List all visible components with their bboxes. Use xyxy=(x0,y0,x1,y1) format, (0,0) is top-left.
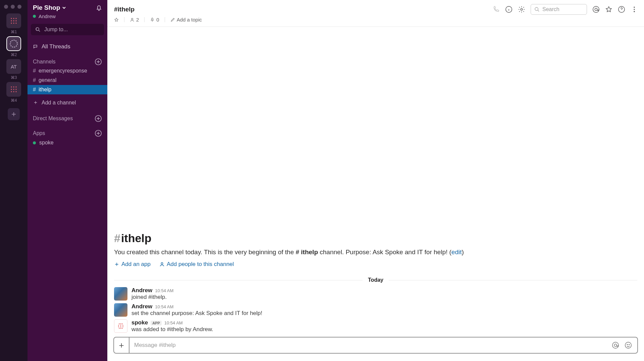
main-pane: #ithelp Search 2 0 Ad xyxy=(107,0,644,361)
add-people-link[interactable]: Add people to this channel xyxy=(159,261,234,268)
add-dm-icon[interactable] xyxy=(95,115,102,122)
edit-purpose-link[interactable]: edit xyxy=(451,249,462,256)
message-input[interactable]: Message #ithelp xyxy=(129,342,606,349)
workspace-switcher: ⌘1 ⌘2 AT ⌘3 ⌘4 + xyxy=(0,0,28,361)
presence-dot xyxy=(33,15,36,18)
svg-point-44 xyxy=(120,328,121,329)
mentions-icon[interactable] xyxy=(592,6,600,13)
sidebar-app-spoke[interactable]: spoke xyxy=(28,138,107,148)
message-text: set the channel purpose: Ask Spoke and I… xyxy=(131,310,262,317)
svg-point-49 xyxy=(627,344,628,345)
svg-point-34 xyxy=(119,323,120,324)
add-channel-icon[interactable] xyxy=(95,58,102,65)
svg-point-1 xyxy=(13,18,14,19)
svg-point-15 xyxy=(15,89,16,90)
user-avatar[interactable] xyxy=(114,287,127,301)
notifications-icon[interactable] xyxy=(95,4,103,11)
svg-point-17 xyxy=(13,91,14,92)
svg-point-30 xyxy=(634,9,635,10)
svg-point-37 xyxy=(118,325,119,326)
zoom-dot[interactable] xyxy=(17,5,21,9)
svg-point-0 xyxy=(11,18,12,19)
call-icon[interactable] xyxy=(492,6,500,13)
workspace-2[interactable]: ⌘2 xyxy=(6,36,21,57)
team-switcher[interactable]: Pie Shop xyxy=(33,4,95,11)
svg-point-7 xyxy=(13,22,14,24)
sidebar-channel-emergencyresponse[interactable]: #emergencyresponse xyxy=(28,66,107,76)
minimize-dot[interactable] xyxy=(11,5,15,9)
message-text: joined #ithelp. xyxy=(131,294,173,301)
apps-section-header[interactable]: Apps xyxy=(28,127,107,138)
svg-point-5 xyxy=(15,20,16,21)
all-threads[interactable]: All Threads xyxy=(28,40,107,55)
svg-point-50 xyxy=(629,344,630,345)
attach-button[interactable]: + xyxy=(114,337,129,353)
jump-to[interactable]: Jump to... xyxy=(31,24,104,35)
hash-icon: # xyxy=(33,68,36,74)
more-icon[interactable] xyxy=(631,6,638,13)
close-dot[interactable] xyxy=(4,5,8,9)
pin-count[interactable]: 0 xyxy=(150,17,159,22)
svg-point-2 xyxy=(15,18,16,19)
star-icon[interactable] xyxy=(605,6,612,13)
svg-point-24 xyxy=(521,8,523,10)
mention-icon[interactable] xyxy=(612,342,619,349)
svg-point-32 xyxy=(131,18,133,20)
message-time: 10:54 AM xyxy=(155,288,173,293)
svg-point-31 xyxy=(634,11,635,12)
svg-point-6 xyxy=(11,22,12,24)
emoji-icon[interactable] xyxy=(625,342,632,349)
app-avatar[interactable] xyxy=(114,319,127,333)
svg-point-26 xyxy=(593,6,599,12)
svg-point-10 xyxy=(11,86,12,87)
channel-intro-desc: You created this channel today. This is … xyxy=(114,247,637,257)
channels-section-header[interactable]: Channels xyxy=(28,55,107,66)
presence-dot xyxy=(33,141,36,144)
svg-point-14 xyxy=(13,89,14,90)
svg-point-47 xyxy=(614,344,616,346)
sidebar-channel-ithelp[interactable]: #ithelp xyxy=(28,85,107,94)
channel-title: #ithelp xyxy=(114,6,488,13)
svg-point-41 xyxy=(120,326,121,327)
gear-icon[interactable] xyxy=(518,6,525,13)
help-icon[interactable] xyxy=(618,6,625,13)
message-composer[interactable]: + Message #ithelp xyxy=(113,337,638,354)
threads-icon xyxy=(33,44,38,49)
current-user-name: Andrew xyxy=(39,13,56,19)
svg-point-46 xyxy=(612,342,619,348)
workspace-4[interactable]: ⌘4 xyxy=(6,82,21,103)
add-workspace-button[interactable]: + xyxy=(8,108,20,120)
star-channel[interactable] xyxy=(114,17,119,22)
svg-point-13 xyxy=(11,89,12,90)
jump-label: Jump to... xyxy=(44,27,68,33)
add-topic[interactable]: Add a topic xyxy=(170,17,202,22)
svg-point-45 xyxy=(122,328,123,329)
workspace-3[interactable]: AT ⌘3 xyxy=(6,59,21,80)
message-author[interactable]: Andrew xyxy=(131,287,152,294)
svg-point-42 xyxy=(122,326,123,327)
message-author[interactable]: spoke xyxy=(131,319,148,326)
dm-section-header[interactable]: Direct Messages xyxy=(28,112,107,123)
add-app-link[interactable]: Add an app xyxy=(114,261,151,268)
sidebar-channel-general[interactable]: #general xyxy=(28,76,107,85)
svg-point-43 xyxy=(119,328,120,329)
user-avatar[interactable] xyxy=(114,303,127,317)
svg-point-12 xyxy=(15,86,16,87)
plus-icon: ＋ xyxy=(33,99,38,106)
search-input[interactable]: Search xyxy=(531,4,587,15)
team-name: Pie Shop xyxy=(33,4,60,11)
current-user[interactable]: Andrew xyxy=(28,13,107,22)
member-count[interactable]: 2 xyxy=(130,17,139,22)
svg-point-29 xyxy=(634,7,635,8)
day-separator: Today xyxy=(107,276,644,286)
chevron-down-icon xyxy=(62,6,66,10)
svg-point-8 xyxy=(15,22,16,24)
info-icon[interactable] xyxy=(505,6,513,13)
add-app-icon[interactable] xyxy=(95,130,102,137)
message-row: Andrew10:54 AMjoined #ithelp. xyxy=(107,286,644,302)
message-author[interactable]: Andrew xyxy=(131,303,152,310)
message-row: spokeAPP10:54 AMwas added to #ithelp by … xyxy=(107,318,644,334)
workspace-1[interactable]: ⌘1 xyxy=(6,13,21,34)
add-channel-link[interactable]: ＋ Add a channel xyxy=(28,94,107,108)
app-badge: APP xyxy=(151,321,162,325)
